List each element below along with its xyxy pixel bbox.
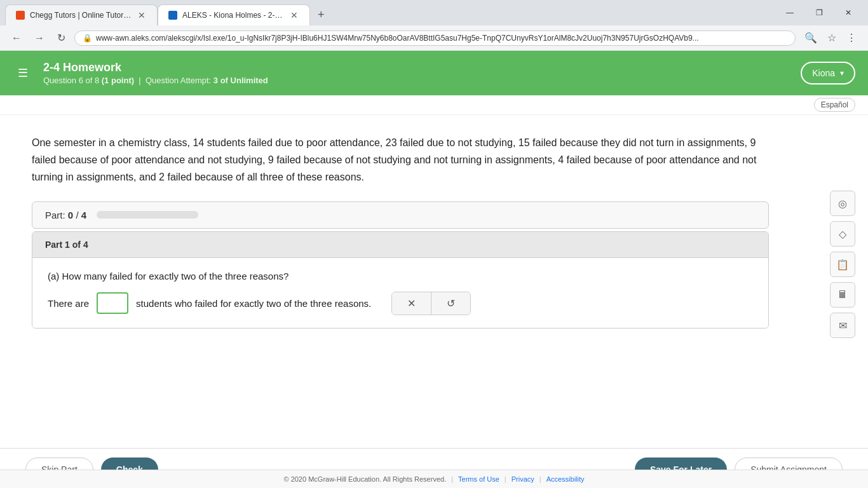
progress-sep: / [76, 210, 81, 220]
new-tab-button[interactable]: + [310, 4, 332, 25]
answer-row: There are students who failed for exactl… [48, 292, 753, 315]
refresh-button[interactable]: ↻ [53, 29, 69, 46]
part-body: (a) How many failed for exactly two of t… [32, 258, 768, 328]
subtitle-points: (1 point) [102, 76, 134, 85]
maximize-button[interactable]: ❐ [804, 3, 834, 22]
progress-label-text: Part: [45, 210, 65, 220]
header-title: 2-4 Homework [43, 61, 801, 74]
part-header: Part 1 of 4 [32, 232, 768, 258]
privacy-link[interactable]: Privacy [512, 475, 534, 483]
calc-buttons: ✕ ↺ [391, 292, 471, 315]
terms-of-use-link[interactable]: Terms of Use [458, 475, 499, 483]
part-section: Part 1 of 4 (a) How many failed for exac… [32, 231, 769, 329]
progress-total: 4 [81, 210, 86, 220]
url-text: www-awn.aleks.com/alekscgi/x/Isl.exe/1o_… [96, 34, 787, 43]
minimize-button[interactable]: — [775, 3, 804, 22]
reset-button[interactable]: ↺ [431, 292, 470, 315]
main-content: One semester in a chemistry class, 14 st… [0, 115, 794, 354]
progress-label: Part: 0 / 4 [45, 210, 86, 220]
lock-icon: 🔒 [83, 34, 92, 43]
mail-icon[interactable]: ✉ [830, 313, 855, 338]
user-button[interactable]: Kiona ▾ [801, 62, 855, 85]
menu-icon[interactable]: ⋮ [843, 29, 860, 46]
answer-suffix: students who failed for exactly two of t… [136, 298, 371, 309]
search-icon[interactable]: 🔍 [801, 29, 821, 46]
part-question-a: (a) How many failed for exactly two of t… [48, 271, 753, 281]
browser-chrome: Chegg Tutors | Online Tutoring | ✕ ALEKS… [0, 0, 868, 51]
forward-button[interactable]: → [31, 30, 48, 46]
progress-bar-track [97, 211, 198, 219]
clear-button[interactable]: ✕ [392, 292, 431, 315]
aleks-header: ☰ 2-4 Homework Question 6 of 8 (1 point)… [0, 51, 868, 95]
aleks-favicon [168, 11, 177, 20]
user-name: Kiona [812, 68, 835, 78]
browser-tabs: Chegg Tutors | Online Tutoring | ✕ ALEKS… [0, 0, 770, 25]
subtitle-attempt-val: 3 of Unlimited [214, 76, 268, 85]
clipboard-icon[interactable]: 📋 [830, 252, 855, 277]
toolbar-icons: 🔍 ☆ ⋮ [801, 29, 860, 46]
tab-chegg-close[interactable]: ✕ [137, 10, 147, 20]
address-bar[interactable]: 🔒 www-awn.aleks.com/alekscgi/x/Isl.exe/1… [74, 30, 796, 46]
tab-aleks-label: ALEKS - Kiona Holmes - 2-4 Hom [182, 11, 284, 20]
hamburger-button[interactable]: ☰ [13, 61, 33, 85]
subtitle-question: Question 6 of 8 [43, 76, 102, 85]
star-icon[interactable]: ☆ [824, 29, 840, 46]
espanol-button[interactable]: Español [814, 98, 855, 112]
progress-current: 0 [68, 210, 73, 220]
browser-toolbar: ← → ↻ 🔒 www-awn.aleks.com/alekscgi/x/Isl… [0, 25, 868, 50]
question-text: One semester in a chemistry class, 14 st… [32, 134, 769, 186]
header-subtitle: Question 6 of 8 (1 point) | Question Att… [43, 76, 801, 85]
tab-chegg-label: Chegg Tutors | Online Tutoring | [30, 11, 132, 20]
subtitle-sep: | [134, 76, 146, 85]
divider-2: | [505, 475, 506, 483]
subtitle-attempt-prefix: Question Attempt: [146, 76, 214, 85]
answer-prefix: There are [48, 298, 89, 309]
answer-input[interactable] [97, 292, 128, 314]
tab-chegg[interactable]: Chegg Tutors | Online Tutoring | ✕ [5, 4, 158, 25]
espanol-bar: Español [0, 95, 868, 115]
progress-container: Part: 0 / 4 [32, 201, 769, 229]
header-title-section: 2-4 Homework Question 6 of 8 (1 point) |… [43, 61, 801, 85]
calculator-icon[interactable]: 🖩 [830, 282, 855, 308]
chevron-down-icon: ▾ [840, 69, 844, 78]
tab-aleks[interactable]: ALEKS - Kiona Holmes - 2-4 Hom ✕ [158, 4, 310, 25]
copyright-text: © 2020 McGraw-Hill Education. All Rights… [283, 475, 446, 483]
tab-aleks-close[interactable]: ✕ [289, 10, 299, 20]
close-button[interactable]: ✕ [834, 3, 863, 22]
divider-1: | [451, 475, 453, 483]
back-button[interactable]: ← [8, 30, 25, 46]
diamond-icon[interactable]: ◇ [830, 221, 855, 247]
copyright-bar: © 2020 McGraw-Hill Education. All Rights… [0, 470, 868, 488]
sidebar-right: ◎ ◇ 📋 🖩 ✉ [830, 191, 855, 338]
chegg-favicon [16, 11, 25, 20]
glasses-icon[interactable]: ◎ [830, 191, 855, 216]
accessibility-link[interactable]: Accessibility [546, 475, 585, 483]
divider-3: | [539, 475, 541, 483]
